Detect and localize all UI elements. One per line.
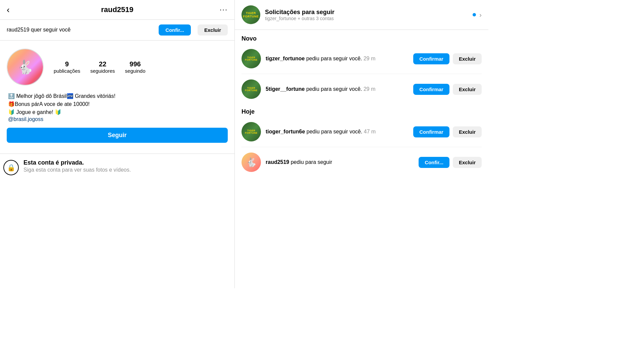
request-info-4: raud2519 pediu para seguir (266, 159, 414, 166)
more-options-button[interactable]: ··· (220, 5, 228, 14)
request-avatar-2: TIGER FORTUNE (241, 79, 261, 99)
request-username-1: tigzer_fortunoe (266, 56, 305, 61)
delete-button-3[interactable]: Excluir (453, 126, 482, 137)
request-avatar-3: TIGER FORTUNE (241, 122, 261, 141)
request-item: TIGER FORTUNE tigzer_fortunoe pediu para… (235, 45, 488, 72)
divider-1 (241, 74, 482, 74)
back-button[interactable]: ‹ (7, 5, 10, 14)
bio-section: 🔝 Мelhor jôgô dô Brásil🏧 Grandes vitóriá… (7, 92, 228, 122)
followers-count: 22 (99, 60, 106, 68)
bio-link[interactable]: @brasil.jogoss (8, 116, 43, 122)
chevron-right-icon[interactable]: › (479, 11, 482, 19)
request-avatar-1: TIGER FORTUNE (241, 49, 261, 68)
right-header-text: Solicitações para seguir tigzer_fortunoe… (265, 9, 468, 21)
confirm-button-1[interactable]: Confirmar (413, 53, 449, 64)
request-avatar-4: 🐇 (241, 153, 261, 172)
stats-row: 9 publicações 22 seguidores 996 seguindo (54, 60, 146, 74)
private-text-block: Esta conta é privada. Siga esta conta pa… (23, 159, 131, 174)
request-username-3: tioger_fortun6e (266, 129, 305, 134)
bio-text: 🔝 Мelhor jôgô dô Brásil🏧 Grandes vitóriá… (8, 93, 115, 115)
confirm-button-3[interactable]: Confirmar (413, 126, 449, 137)
left-panel: ‹ raud2519 ··· raud2519 quer seguir você… (0, 0, 235, 288)
follow-request-bar: raud2519 quer seguir você Confir... Excl… (0, 20, 234, 41)
right-header-controls: › (473, 11, 482, 19)
confirm-button-2[interactable]: Confirmar (413, 84, 449, 95)
request-item-3: TIGER FORTUNE tioger_fortun6e pediu para… (235, 118, 488, 145)
right-header-title: Solicitações para seguir (265, 9, 468, 16)
request-info-2: 5tiger__fortune pediu para seguir você. … (266, 85, 409, 93)
request-username-2: 5tiger__fortune (266, 86, 305, 92)
section-new-label: Novo (235, 30, 488, 45)
request-time-3: 47 m (364, 129, 376, 134)
delete-button-2[interactable]: Excluir (453, 84, 482, 95)
profile-top: 🐇 9 publicações 22 seguidores 996 seguin… (7, 49, 228, 85)
request-time-2: 29 m (364, 86, 376, 92)
delete-follow-button[interactable]: Excluir (198, 24, 228, 36)
lock-icon: 🔒 (3, 160, 19, 175)
request-item-4: 🐇 raud2519 pediu para seguir Confir... E… (235, 148, 488, 176)
request-actions-2: Confirmar Excluir (413, 84, 482, 95)
avatar-image: 🐇 (7, 49, 43, 85)
private-notice: 🔒 Esta conta é privada. Siga esta conta … (0, 154, 234, 181)
request-action-3: pediu para seguir você. (307, 129, 364, 134)
request-action-4: pediu para seguir (291, 159, 332, 165)
right-header-subtitle: tigzer_fortunoe + outras 3 contas (265, 16, 468, 21)
request-item-2: TIGER FORTUNE 5tiger__fortune pediu para… (235, 75, 488, 103)
follow-request-text: raud2519 quer seguir você (7, 26, 70, 34)
request-action-2: pediu para seguir você. (306, 86, 364, 92)
left-header: ‹ raud2519 ··· (0, 0, 234, 20)
posts-count: 9 (65, 60, 69, 68)
right-panel: TIGER FORTUNE Solicitações para seguir t… (235, 0, 488, 288)
request-username-4: raud2519 (266, 159, 289, 165)
right-header: TIGER FORTUNE Solicitações para seguir t… (235, 0, 488, 30)
delete-button-1[interactable]: Excluir (453, 53, 482, 64)
posts-label: publicações (54, 68, 80, 74)
following-label: seguindo (125, 68, 146, 74)
request-actions-1: Confirmar Excluir (413, 53, 482, 64)
confirm-follow-button[interactable]: Confir... (159, 24, 191, 36)
private-title: Esta conta é privada. (23, 159, 131, 166)
profile-avatar: 🐇 (7, 49, 44, 85)
request-actions-4: Confir... Excluir (419, 157, 482, 168)
divider-3 (241, 147, 482, 147)
dot-indicator (473, 13, 476, 16)
request-action-1: pediu para seguir você. (306, 56, 364, 61)
request-info-1: tigzer_fortunoe pediu para seguir você. … (266, 55, 409, 62)
private-subtitle: Siga esta conta para ver suas fotos e ví… (23, 166, 131, 174)
followers-stat[interactable]: 22 seguidores (90, 60, 115, 74)
delete-button-4[interactable]: Excluir (453, 157, 482, 168)
confirm-button-4[interactable]: Confir... (419, 157, 449, 168)
profile-username-title: raud2519 (101, 5, 133, 14)
section-today-label: Hoje (235, 103, 488, 118)
follow-request-actions: Confir... Excluir (159, 24, 228, 36)
request-actions-3: Confirmar Excluir (413, 126, 482, 137)
following-stat[interactable]: 996 seguindo (125, 60, 146, 74)
followers-label: seguidores (90, 68, 115, 74)
request-info-3: tioger_fortun6e pediu para seguir você. … (266, 128, 409, 135)
posts-stat[interactable]: 9 publicações (54, 60, 80, 74)
following-count: 996 (129, 60, 141, 68)
follow-button[interactable]: Seguir (7, 128, 228, 143)
request-time-1: 29 m (364, 56, 376, 61)
right-header-avatar: TIGER FORTUNE (241, 5, 260, 24)
profile-section: 🐇 9 publicações 22 seguidores 996 seguin… (0, 41, 234, 154)
